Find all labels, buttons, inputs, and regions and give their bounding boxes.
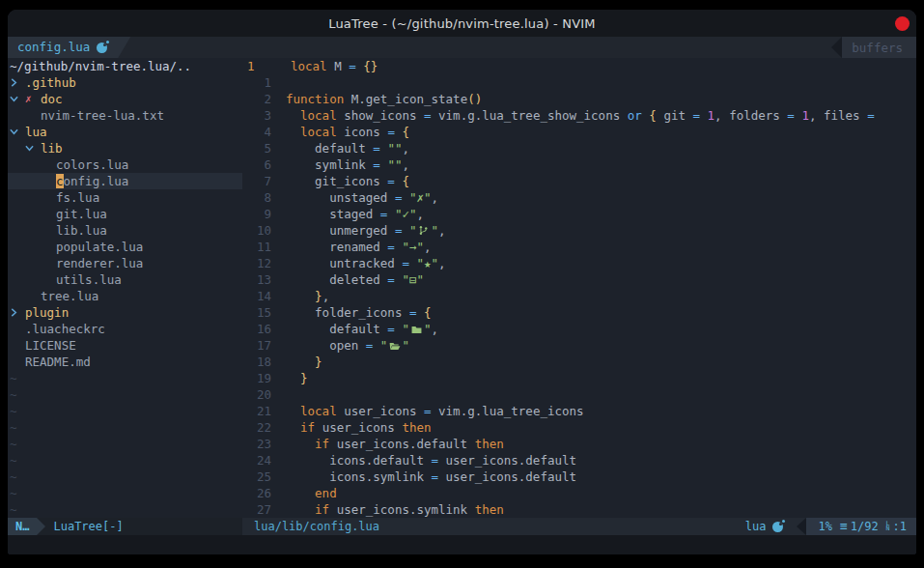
code-line-12[interactable]: 11renamed = "→", [242, 239, 916, 255]
tree-item-label: colors.lua [8, 156, 128, 173]
tree-item-lib[interactable]: lib [8, 140, 242, 156]
tree-item-label: tree.lua [8, 288, 98, 304]
empty-line-tilde: ~ [8, 485, 242, 501]
code-line-9[interactable]: 8unstaged = "✗", [242, 189, 916, 206]
empty-line-tilde: ~ [8, 386, 242, 403]
code-line-28[interactable]: 27if user_icons.symlink then [242, 501, 916, 518]
tree-item--github-nvim-tree.lua-..[interactable]: ~/github/nvim-tree.lua/.. [8, 58, 242, 74]
tree-item-doc[interactable]: ✗doc [8, 91, 242, 107]
line-number-relative: 22 [242, 419, 271, 436]
tree-item-label: lib.lua [8, 222, 107, 239]
empty-line-tilde: ~ [8, 419, 242, 436]
tree-item-label: lib [8, 140, 63, 156]
tree-item-git.lua[interactable]: git.lua [8, 206, 242, 222]
code-line-22[interactable]: 21local user_icons = vim.g.lua_tree_icon… [242, 403, 916, 419]
tree-item-label: fs.lua [8, 189, 99, 206]
line-number-relative: 19 [242, 370, 271, 386]
code-line-text: deleted = "⊟" [286, 271, 424, 288]
code-line-text: }, [286, 288, 329, 304]
code-line-8[interactable]: 7git_icons = { [242, 173, 916, 189]
code-line-text: if user_icons then [286, 419, 432, 436]
code-line-15[interactable]: 14}, [242, 288, 916, 304]
code-line-17[interactable]: 16default = "", [242, 321, 916, 337]
tab-label: config.lua [17, 40, 90, 54]
chevron-right-icon[interactable] [10, 304, 18, 321]
powerline-separator-icon [797, 518, 806, 535]
tab-config-lua[interactable]: config.lua [8, 37, 130, 58]
code-line-text: unstaged = "✗", [286, 189, 438, 206]
code-line-5[interactable]: 4local icons = { [242, 124, 916, 140]
line-number-relative: 7 [242, 173, 271, 189]
empty-line-tilde: ~ [8, 436, 242, 452]
tree-item-label: nvim-tree-lua.txt [8, 107, 164, 124]
chevron-down-icon[interactable] [10, 91, 18, 107]
code-line-6[interactable]: 5default = "", [242, 140, 916, 156]
tree-item-plugin[interactable]: plugin [8, 304, 242, 321]
code-editor[interactable]: 1local M = {}12function M.get_icon_state… [242, 58, 916, 518]
empty-line-tilde: ~ [8, 370, 242, 386]
status-line: N… LuaTree[-] lua/lib/config.lua lua 1% … [8, 518, 916, 535]
command-line[interactable] [8, 535, 916, 554]
close-button[interactable] [895, 16, 910, 31]
code-line-21[interactable]: 20 [242, 386, 916, 403]
code-line-20[interactable]: 19} [242, 370, 916, 386]
line-number-relative: 1 [242, 74, 271, 91]
code-line-14[interactable]: 13deleted = "⊟" [242, 271, 916, 288]
code-line-18[interactable]: 17open = "" [242, 337, 916, 354]
code-line-text: local user_icons = vim.g.lua_tree_icons [286, 403, 584, 419]
tree-item-config.lua[interactable]: config.lua [8, 173, 242, 189]
statusline-filetype: lua [745, 518, 798, 535]
scroll-percent: 1% [818, 518, 831, 535]
code-line-text: folder_icons = { [286, 304, 432, 321]
code-line-27[interactable]: 26end [242, 485, 916, 501]
tree-item-fs.lua[interactable]: fs.lua [8, 189, 242, 206]
code-line-10[interactable]: 9staged = "✓", [242, 206, 916, 222]
empty-line-tilde: ~ [8, 403, 242, 419]
statusline-tree-title: LuaTree[-] [45, 518, 123, 535]
code-line-19[interactable]: 18} [242, 354, 916, 370]
code-line-3[interactable]: 2function M.get_icon_state() [242, 91, 916, 107]
code-line-7[interactable]: 6symlink = "", [242, 156, 916, 173]
line-number-relative: 12 [242, 255, 271, 271]
line-number-icon: LN [886, 522, 890, 531]
tree-item-tree.lua[interactable]: tree.lua [8, 288, 242, 304]
tree-item-LICENSE[interactable]: LICENSE [8, 337, 242, 354]
tree-item-populate.lua[interactable]: populate.lua [8, 239, 242, 255]
tree-item-.luacheckrc[interactable]: .luacheckrc [8, 321, 242, 337]
code-line-16[interactable]: 15folder_icons = { [242, 304, 916, 321]
terminal-screen: LuaTree - (~/github/nvim-tree.lua) - NVI… [0, 0, 924, 568]
line-number-relative: 27 [242, 501, 271, 518]
code-line-4[interactable]: 3local show_icons = vim.g.lua_tree_show_… [242, 107, 916, 124]
tree-item-utils.lua[interactable]: utils.lua [8, 271, 242, 288]
chevron-right-icon[interactable] [10, 74, 18, 91]
code-line-13[interactable]: 12untracked = "★", [242, 255, 916, 271]
tree-item-renderer.lua[interactable]: renderer.lua [8, 255, 242, 271]
tree-item-colors.lua[interactable]: colors.lua [8, 156, 242, 173]
code-line-text: } [286, 354, 322, 370]
code-line-26[interactable]: 25icons.symlink = user_icons.default [242, 469, 916, 485]
buffers-label[interactable]: buffers [842, 37, 916, 58]
code-line-text: icons.symlink = user_icons.default [286, 469, 576, 485]
code-line-23[interactable]: 22if user_icons then [242, 419, 916, 436]
tree-item-.github[interactable]: .github [8, 74, 242, 91]
code-line-24[interactable]: 23if user_icons.default then [242, 436, 916, 452]
git-unstaged-icon: ✗ [25, 91, 32, 107]
file-tree[interactable]: ~/github/nvim-tree.lua/...github✗docnvim… [8, 58, 242, 518]
lua-moon-icon [772, 522, 783, 532]
code-line-25[interactable]: 24icons.default = user_icons.default [242, 452, 916, 469]
chevron-down-icon[interactable] [25, 140, 34, 156]
tabline-spacer [130, 37, 831, 58]
code-line-2[interactable]: 1 [242, 74, 916, 91]
tree-item-lua[interactable]: lua [8, 124, 242, 140]
tree-item-nvim-tree-lua.txt[interactable]: nvim-tree-lua.txt [8, 107, 242, 124]
tree-item-README.md[interactable]: README.md [8, 354, 242, 370]
code-line-1[interactable]: 1local M = {} [242, 58, 916, 74]
tree-item-lib.lua[interactable]: lib.lua [8, 222, 242, 239]
tree-item-label: config.lua [8, 173, 128, 189]
code-line-text: renamed = "→", [286, 239, 432, 255]
code-line-text: end [286, 485, 337, 501]
folder-closed-icon [409, 326, 424, 334]
chevron-down-icon[interactable] [10, 124, 18, 140]
code-line-11[interactable]: 10unmerged = "", [242, 222, 916, 239]
line-number-relative: 26 [242, 485, 271, 501]
